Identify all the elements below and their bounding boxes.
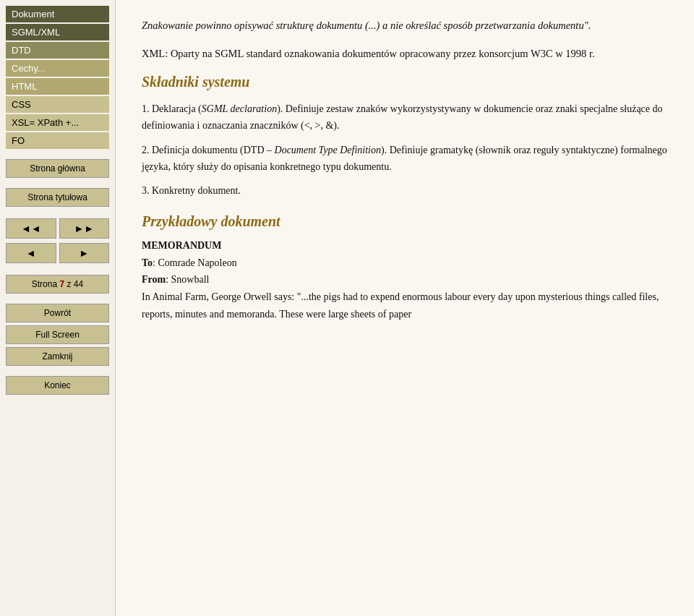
main-content: Znakowanie powinno opisywać strukturę do… <box>116 0 694 616</box>
page-prefix: Strona <box>32 279 60 289</box>
back-button[interactable]: ◄ <box>6 243 56 263</box>
memo-from: From: Snowball <box>142 271 668 288</box>
btn-strona-glowna[interactable]: Strona główna <box>6 159 109 178</box>
btn-powrot[interactable]: Powrót <box>6 304 109 322</box>
memo-block: MEMORANDUM To: Comrade Napoleon From: Sn… <box>142 237 668 323</box>
intro-normal: XML: Oparty na SGML standard oznakowania… <box>142 46 668 62</box>
nav-controls-row2: ◄ ► <box>6 243 109 263</box>
section2-heading: Przykładowy dokument <box>142 213 668 230</box>
next-button[interactable]: ► <box>59 243 110 263</box>
sidebar: Dokument SGML/XML DTD Cechy... HTML CSS … <box>0 0 116 616</box>
page-total: 44 <box>74 279 83 289</box>
page-separator: z <box>64 279 74 289</box>
nav-item-sgmlxml[interactable]: SGML/XML <box>6 24 109 40</box>
nav-item-xsl[interactable]: XSL= XPath +... <box>6 114 109 131</box>
memo-body: In Animal Farm, George Orwell says: "...… <box>142 288 668 323</box>
btn-zamknij[interactable]: Zamknij <box>6 347 109 366</box>
memo-title: MEMORANDUM <box>142 237 668 254</box>
page-indicator: Strona 7 z 44 <box>6 275 109 294</box>
para-2: 2. Definicja dokumentu (DTD – Document T… <box>142 142 668 175</box>
rewind-button[interactable]: ◄◄ <box>6 218 56 239</box>
btn-full-screen[interactable]: Full Screen <box>6 325 109 344</box>
nav-controls-row1: ◄◄ ►► <box>6 218 109 239</box>
section1-heading: Składniki systemu <box>142 74 668 90</box>
forward-button[interactable]: ►► <box>59 218 110 239</box>
nav-item-css[interactable]: CSS <box>6 96 109 113</box>
memo-to: To: Comrade Napoleon <box>142 254 668 272</box>
nav-item-cechy[interactable]: Cechy... <box>6 60 109 77</box>
para-1: 1. Deklaracja (SGML declaration). Defini… <box>142 100 668 134</box>
btn-strona-tytulowa[interactable]: Strona tytułowa <box>6 188 109 207</box>
para-3: 3. Konkretny dokument. <box>142 182 668 199</box>
nav-item-dtd[interactable]: DTD <box>6 42 109 59</box>
intro-italic: Znakowanie powinno opisywać strukturę do… <box>142 17 668 34</box>
nav-item-html[interactable]: HTML <box>6 78 109 95</box>
nav-item-fo[interactable]: FO <box>6 132 109 149</box>
nav-item-dokument[interactable]: Dokument <box>6 6 109 22</box>
btn-koniec[interactable]: Koniec <box>6 376 109 395</box>
